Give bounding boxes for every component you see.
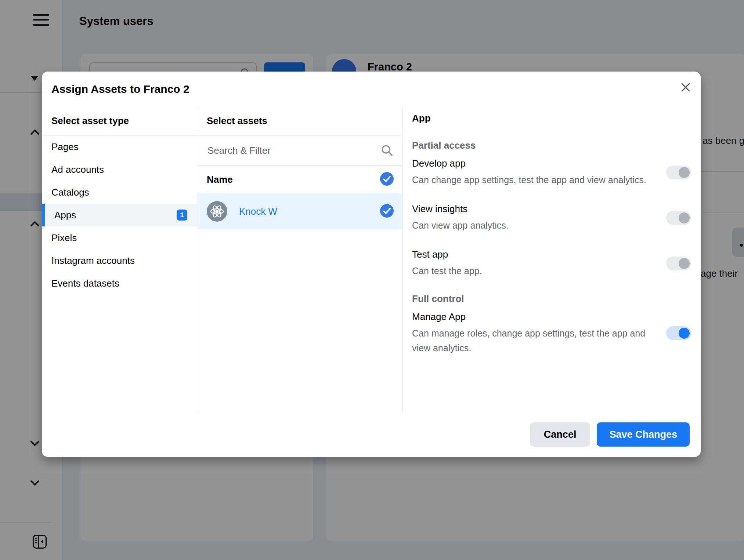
permissions-panel-header: App: [412, 112, 701, 125]
asset-type-item-catalogs[interactable]: Catalogs: [42, 181, 197, 204]
name-column-header: Name: [207, 174, 380, 185]
modal-title: Assign Assets to Franco 2: [51, 83, 189, 95]
asset-type-label: Pages: [51, 141, 79, 153]
toggle-develop-app[interactable]: [666, 166, 691, 179]
toggle-knob: [679, 328, 690, 339]
permissions-panel: App Partial accessDevelop appCan change …: [402, 106, 701, 412]
permission-label: Develop app: [412, 158, 659, 169]
toggle-knob: [679, 167, 690, 178]
save-changes-button[interactable]: Save Changes: [597, 422, 690, 447]
toggle-test-app[interactable]: [666, 257, 691, 270]
toggle-knob: [679, 258, 690, 269]
close-icon[interactable]: [679, 81, 692, 94]
asset-search-row: [197, 135, 402, 166]
permission-row-develop-app: Develop appCan change app settings, test…: [412, 158, 701, 187]
asset-type-panel: Select asset type PagesAd accountsCatalo…: [42, 106, 197, 412]
permission-description: Can view app analytics.: [412, 218, 659, 233]
assets-panel: Select assets Name: [197, 106, 402, 412]
asset-row[interactable]: Knock W: [197, 193, 402, 229]
toggle-manage-app[interactable]: [666, 326, 691, 340]
permission-row-test-app: Test appCan test the app.: [412, 249, 701, 278]
modal-header: Assign Assets to Franco 2: [42, 72, 701, 106]
permission-label: View insights: [412, 203, 659, 215]
modal-body: Select asset type PagesAd accountsCatalo…: [42, 106, 701, 412]
permission-groups: Partial accessDevelop appCan change app …: [412, 139, 701, 355]
toggle-knob: [679, 212, 690, 223]
asset-type-item-apps[interactable]: Apps1: [42, 204, 197, 226]
assign-assets-modal: Assign Assets to Franco 2 Select asset t…: [42, 72, 701, 457]
permission-description: Can test the app.: [412, 263, 659, 278]
selected-count-badge: 1: [177, 210, 187, 221]
asset-list: Knock W: [197, 193, 402, 229]
permission-label: Manage App: [412, 311, 659, 323]
asset-type-panel-header: Select asset type: [42, 106, 197, 135]
asset-type-label: Ad accounts: [51, 164, 104, 175]
asset-type-label: Pixels: [51, 232, 77, 244]
asset-name: Knock W: [239, 206, 380, 217]
asset-type-item-events-datasets[interactable]: Events datasets: [42, 272, 197, 295]
asset-checkbox[interactable]: [380, 204, 394, 219]
check-circle-icon: [380, 172, 394, 186]
asset-type-label: Catalogs: [51, 187, 89, 198]
toggle-view-insights[interactable]: [666, 211, 691, 225]
search-input[interactable]: [207, 145, 381, 157]
asset-type-list: PagesAd accountsCatalogsApps1PixelsInsta…: [42, 135, 197, 295]
permission-row-view-insights: View insightsCan view app analytics.: [412, 203, 701, 233]
asset-type-label: Instagram accounts: [51, 255, 135, 266]
search-icon: [381, 144, 393, 157]
asset-type-label: Events datasets: [51, 278, 119, 289]
permission-description: Can change app settings, test the app an…: [412, 172, 659, 187]
screen: System users Franco 2 as been gr age the…: [0, 0, 744, 560]
asset-type-item-pages[interactable]: Pages: [42, 135, 197, 158]
permission-group-title: Partial access: [412, 139, 701, 152]
cancel-button[interactable]: Cancel: [530, 422, 590, 447]
asset-type-label: Apps: [54, 210, 76, 221]
permission-group-title: Full control: [412, 292, 701, 305]
modal-footer: Cancel Save Changes: [42, 412, 701, 457]
asset-type-item-pixels[interactable]: Pixels: [42, 226, 197, 249]
check-circle-icon: [380, 204, 394, 218]
asset-type-item-instagram-accounts[interactable]: Instagram accounts: [42, 249, 197, 272]
select-all-checkbox[interactable]: [380, 172, 394, 187]
assets-panel-header: Select assets: [197, 106, 402, 135]
permission-row-manage-app: Manage AppCan manage roles, change app s…: [412, 311, 701, 355]
asset-type-item-ad-accounts[interactable]: Ad accounts: [42, 158, 197, 181]
permission-description: Can manage roles, change app settings, t…: [412, 326, 659, 355]
permission-label: Test app: [412, 249, 659, 260]
asset-list-header-row: Name: [197, 166, 402, 193]
atom-app-icon: [207, 201, 227, 222]
